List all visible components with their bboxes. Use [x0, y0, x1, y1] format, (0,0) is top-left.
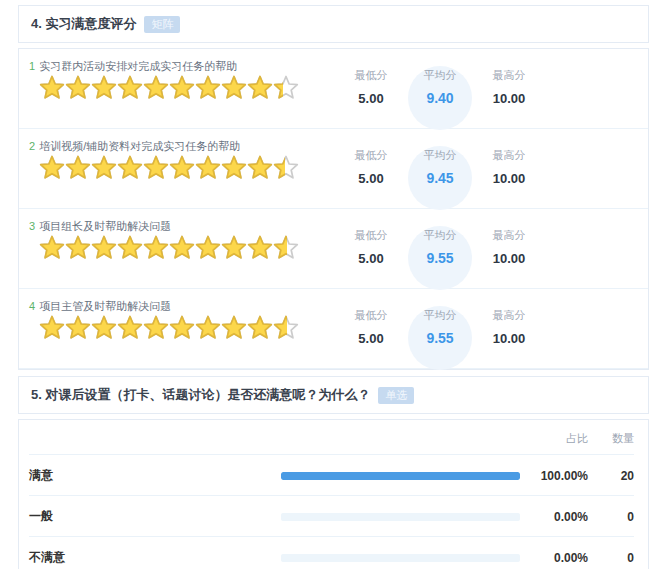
- max-score-stat: 最高分 10.00: [476, 228, 542, 288]
- avg-score-stat: 平均分 9.55: [407, 308, 473, 368]
- star-icon: [39, 155, 65, 181]
- table-row: 不满意 0.00% 0: [29, 537, 634, 569]
- star-icon: [117, 235, 143, 261]
- star-icon: [195, 75, 221, 101]
- avg-score-label: 平均分: [407, 148, 473, 163]
- star-rating: [39, 155, 338, 181]
- star-icon: [221, 155, 247, 181]
- min-score-label: 最低分: [338, 228, 404, 243]
- option-bar-track: [281, 554, 520, 562]
- sub-question-number: 4: [29, 300, 35, 312]
- avg-score-value: 9.55: [407, 330, 473, 346]
- min-score-value: 5.00: [338, 171, 404, 186]
- sub-question-number: 1: [29, 60, 35, 72]
- question-4-section: 4. 实习满意度评分 矩阵 1实习群内活动安排对完成实习任务的帮助 最低分 5.: [18, 5, 649, 370]
- star-rating: [39, 75, 338, 101]
- option-bar-track: [281, 472, 520, 480]
- star-icon: [65, 235, 91, 261]
- question-type-badge-matrix: 矩阵: [144, 16, 180, 33]
- star-icon: [247, 75, 273, 101]
- star-icon: [195, 235, 221, 261]
- min-score-value: 5.00: [338, 251, 404, 266]
- star-icon: [273, 155, 299, 181]
- star-icon: [39, 235, 65, 261]
- question-4-body: 1实习群内活动安排对完成实习任务的帮助 最低分 5.00 平均分 9.40: [18, 48, 649, 370]
- avg-score-value: 9.40: [407, 90, 473, 106]
- star-rating: [39, 315, 338, 341]
- rating-row: 2培训视频/辅助资料对完成实习任务的帮助 最低分 5.00 平均分 9.45: [19, 129, 648, 209]
- option-count: 20: [588, 469, 634, 483]
- star-icon: [91, 75, 117, 101]
- rating-row: 4项目主管及时帮助解决问题 最低分 5.00 平均分 9.55: [19, 289, 648, 369]
- table-row: 一般 0.00% 0: [29, 496, 634, 537]
- star-icon: [143, 75, 169, 101]
- option-bar-track: [281, 513, 520, 521]
- star-icon: [169, 75, 195, 101]
- sub-question: 1实习群内活动安排对完成实习任务的帮助: [29, 59, 338, 74]
- table-row: 满意 100.00% 20: [29, 455, 634, 496]
- min-score-label: 最低分: [338, 308, 404, 323]
- sub-question-number: 2: [29, 140, 35, 152]
- max-score-value: 10.00: [476, 251, 542, 266]
- rating-stats: 最低分 5.00 平均分 9.55 最高分 10.00: [338, 217, 560, 288]
- survey-results-page: 4. 实习满意度评分 矩阵 1实习群内活动安排对完成实习任务的帮助 最低分 5.: [0, 0, 664, 569]
- star-icon: [91, 155, 117, 181]
- star-icon: [143, 315, 169, 341]
- star-icon: [221, 315, 247, 341]
- rating-stats: 最低分 5.00 平均分 9.40 最高分 10.00: [338, 57, 560, 128]
- star-icon: [273, 75, 299, 101]
- min-score-stat: 最低分 5.00: [338, 68, 404, 128]
- avg-score-value: 9.45: [407, 170, 473, 186]
- star-rating: [39, 235, 338, 261]
- star-icon: [39, 315, 65, 341]
- question-5-title: 5. 对课后设置（打卡、话题讨论）是否还满意呢？为什么？: [31, 386, 370, 404]
- option-count: 0: [588, 551, 634, 565]
- avg-score-label: 平均分: [407, 68, 473, 83]
- avg-score-stat: 平均分 9.40: [407, 68, 473, 128]
- max-score-value: 10.00: [476, 91, 542, 106]
- sub-question-number: 3: [29, 220, 35, 232]
- max-score-value: 10.00: [476, 331, 542, 346]
- max-score-label: 最高分: [476, 68, 542, 83]
- rating-question-area: 1实习群内活动安排对完成实习任务的帮助: [29, 57, 338, 128]
- max-score-stat: 最高分 10.00: [476, 308, 542, 368]
- star-icon: [65, 75, 91, 101]
- question-4-title: 4. 实习满意度评分: [31, 15, 136, 33]
- rating-row: 3项目组长及时帮助解决问题 最低分 5.00 平均分 9.55: [19, 209, 648, 289]
- avg-score-stat: 平均分 9.45: [407, 148, 473, 208]
- count-column-header: 数量: [588, 431, 634, 446]
- sub-question-text: 项目组长及时帮助解决问题: [39, 220, 171, 232]
- star-icon: [65, 155, 91, 181]
- sub-question: 4项目主管及时帮助解决问题: [29, 299, 338, 314]
- rating-question-area: 2培训视频/辅助资料对完成实习任务的帮助: [29, 137, 338, 208]
- star-icon: [39, 75, 65, 101]
- question-5-results-table: 占比 数量 满意 100.00% 20 一般 0: [18, 419, 649, 569]
- min-score-value: 5.00: [338, 91, 404, 106]
- max-score-stat: 最高分 10.00: [476, 68, 542, 128]
- option-label: 一般: [29, 508, 281, 525]
- star-icon: [273, 235, 299, 261]
- max-score-value: 10.00: [476, 171, 542, 186]
- max-score-label: 最高分: [476, 228, 542, 243]
- min-score-stat: 最低分 5.00: [338, 228, 404, 288]
- star-icon: [143, 235, 169, 261]
- star-icon: [91, 235, 117, 261]
- min-score-label: 最低分: [338, 68, 404, 83]
- question-5-section: 5. 对课后设置（打卡、话题讨论）是否还满意呢？为什么？ 单选 占比 数量 满意…: [18, 376, 649, 569]
- avg-score-label: 平均分: [407, 308, 473, 323]
- sub-question: 2培训视频/辅助资料对完成实习任务的帮助: [29, 139, 338, 154]
- rating-stats: 最低分 5.00 平均分 9.45 最高分 10.00: [338, 137, 560, 208]
- star-icon: [221, 235, 247, 261]
- min-score-stat: 最低分 5.00: [338, 308, 404, 368]
- question-type-badge-single-choice: 单选: [378, 387, 414, 404]
- star-icon: [195, 315, 221, 341]
- max-score-label: 最高分: [476, 148, 542, 163]
- rating-row: 1实习群内活动安排对完成实习任务的帮助 最低分 5.00 平均分 9.40: [19, 49, 648, 129]
- star-icon: [169, 235, 195, 261]
- avg-score-value: 9.55: [407, 250, 473, 266]
- percent-column-header: 占比: [528, 431, 588, 446]
- min-score-label: 最低分: [338, 148, 404, 163]
- max-score-stat: 最高分 10.00: [476, 148, 542, 208]
- option-percent: 0.00%: [528, 551, 588, 565]
- star-icon: [195, 155, 221, 181]
